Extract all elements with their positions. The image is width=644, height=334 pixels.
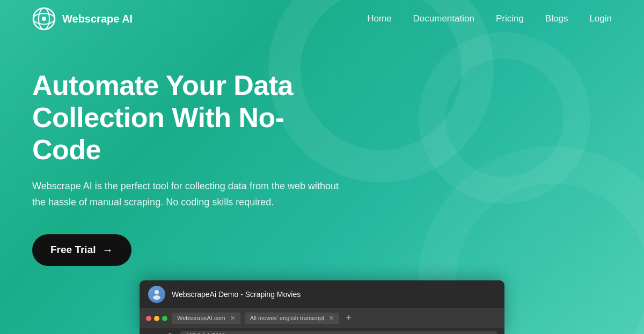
browser-tab-bar: WebscrapeAI.com ✕ All movies' english tr… xyxy=(140,308,504,328)
minimize-dot xyxy=(154,316,159,321)
svg-point-4 xyxy=(155,290,159,294)
svg-point-3 xyxy=(42,17,46,21)
close-dot xyxy=(146,316,151,321)
forward-icon[interactable]: → xyxy=(157,331,164,334)
browser-tab-2[interactable]: All movies' english transcript ✕ xyxy=(245,313,340,324)
nav-blogs[interactable]: Blogs xyxy=(545,13,568,24)
svg-point-5 xyxy=(153,295,160,300)
hero-subtitle: Webscrape AI is the perfect tool for col… xyxy=(32,179,343,210)
video-title: WebscrapeAi Demo - Scraping Movies xyxy=(172,290,301,299)
tab1-close[interactable]: ✕ xyxy=(230,315,235,321)
hero-title: Automate Your Data Collection With No-Co… xyxy=(32,70,343,166)
free-trial-label: Free Trial xyxy=(50,244,96,256)
navbar: Webscrape AI Home Documentation Pricing … xyxy=(0,0,644,38)
tab1-label: WebscrapeAI.com xyxy=(177,315,225,321)
logo-icon xyxy=(32,7,56,31)
arrow-icon: → xyxy=(103,244,113,256)
nav-documentation[interactable]: Documentation xyxy=(413,13,474,24)
browser-nav-icons: ← → ⟳ xyxy=(146,331,174,334)
maximize-dot xyxy=(162,316,167,321)
back-icon[interactable]: ← xyxy=(146,331,153,334)
nav-home[interactable]: Home xyxy=(367,13,391,24)
nav-links: Home Documentation Pricing Blogs Login xyxy=(367,13,612,24)
video-preview: WebscrapeAi Demo - Scraping Movies Websc… xyxy=(140,280,504,334)
tab2-close[interactable]: ✕ xyxy=(329,315,334,321)
new-tab-button[interactable]: + xyxy=(346,313,352,324)
reload-icon[interactable]: ⟳ xyxy=(167,331,174,334)
video-avatar xyxy=(148,286,165,303)
browser-tab-1[interactable]: WebscrapeAI.com ✕ xyxy=(172,313,240,324)
brand-logo[interactable]: Webscrape AI xyxy=(32,7,133,31)
free-trial-button[interactable]: Free Trial → xyxy=(32,234,131,266)
hero-section: Automate Your Data Collection With No-Co… xyxy=(0,38,376,266)
video-titlebar: WebscrapeAi Demo - Scraping Movies xyxy=(140,280,504,308)
nav-login[interactable]: Login xyxy=(589,13,612,24)
address-bar[interactable]: 127.0.0.1:7860 xyxy=(179,331,498,334)
tab2-label: All movies' english transcript xyxy=(250,315,324,321)
browser-address-bar-row: ← → ⟳ 127.0.0.1:7860 xyxy=(140,328,504,334)
brand-name: Webscrape AI xyxy=(62,13,133,25)
nav-pricing[interactable]: Pricing xyxy=(496,13,524,24)
browser-traffic-lights xyxy=(146,316,167,321)
